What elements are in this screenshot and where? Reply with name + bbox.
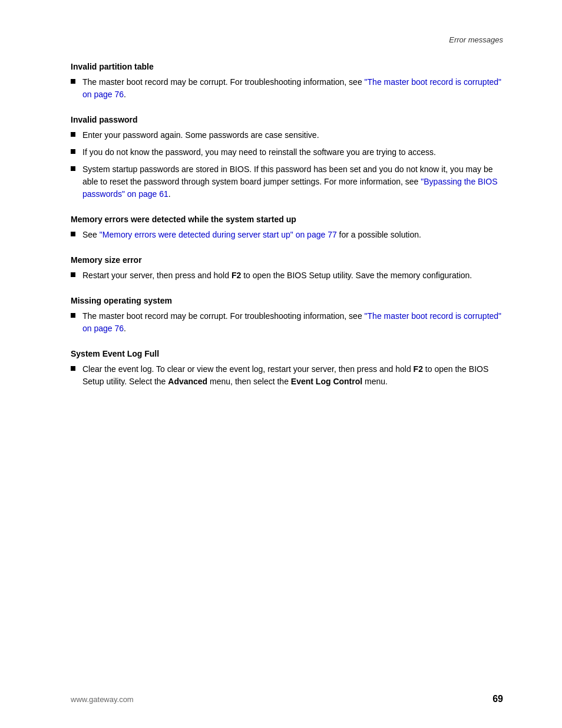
- bold-advanced: Advanced: [168, 377, 207, 386]
- section-memory-errors: Memory errors were detected while the sy…: [71, 215, 503, 241]
- list-item: The master boot record may be corrupt. F…: [71, 310, 503, 335]
- bullet-icon: [71, 366, 75, 371]
- section-invalid-password: Invalid password Enter your password aga…: [71, 115, 503, 200]
- section-title-invalid-password: Invalid password: [71, 115, 503, 124]
- list-item: See "Memory errors were detected during …: [71, 229, 503, 241]
- section-invalid-partition-table: Invalid partition table The master boot …: [71, 62, 503, 101]
- section-title-memory-size-error: Memory size error: [71, 255, 503, 265]
- link-master-boot-record-2[interactable]: "The master boot record is corrupted" on…: [82, 311, 501, 333]
- bullet-text: Enter your password again. Some password…: [82, 129, 503, 141]
- list-item: System startup passwords are stored in B…: [71, 163, 503, 200]
- section-title-invalid-partition-table: Invalid partition table: [71, 62, 503, 71]
- bullet-list-missing-operating-system: The master boot record may be corrupt. F…: [71, 310, 503, 335]
- bullet-text: Restart your server, then press and hold…: [82, 269, 503, 282]
- page-header: Error messages: [71, 35, 503, 44]
- list-item: The master boot record may be corrupt. F…: [71, 76, 503, 101]
- bullet-icon: [71, 149, 75, 154]
- bullet-icon: [71, 79, 75, 84]
- bold-f2-2: F2: [414, 364, 423, 374]
- bullet-text: If you do not know the password, you may…: [82, 146, 503, 159]
- bold-event-log-control: Event Log Control: [291, 377, 362, 386]
- section-title-system-event-log-full: System Event Log Full: [71, 349, 503, 358]
- list-item: Enter your password again. Some password…: [71, 129, 503, 141]
- link-bypassing-bios[interactable]: "Bypassing the BIOS passwords" on page 6…: [82, 177, 498, 199]
- bullet-list-memory-errors: See "Memory errors were detected during …: [71, 229, 503, 241]
- footer-page-number: 69: [492, 694, 503, 704]
- link-memory-errors-page77[interactable]: "Memory errors were detected during serv…: [100, 230, 337, 239]
- bullet-list-invalid-password: Enter your password again. Some password…: [71, 129, 503, 200]
- footer-url: www.gateway.com: [71, 695, 134, 704]
- bullet-text: The master boot record may be corrupt. F…: [82, 76, 503, 101]
- section-title-memory-errors: Memory errors were detected while the sy…: [71, 215, 503, 224]
- section-memory-size-error: Memory size error Restart your server, t…: [71, 255, 503, 282]
- page-container: Error messages Invalid partition table T…: [0, 0, 562, 728]
- bullet-list-system-event-log-full: Clear the event log. To clear or view th…: [71, 363, 503, 388]
- bullet-icon: [71, 272, 75, 277]
- bullet-icon: [71, 232, 75, 236]
- link-master-boot-record-1[interactable]: "The master boot record is corrupted" on…: [82, 77, 501, 99]
- bullet-list-invalid-partition-table: The master boot record may be corrupt. F…: [71, 76, 503, 101]
- bullet-text: The master boot record may be corrupt. F…: [82, 310, 503, 335]
- section-title-missing-operating-system: Missing operating system: [71, 296, 503, 305]
- page-footer: www.gateway.com 69: [0, 694, 562, 704]
- bullet-icon: [71, 166, 75, 171]
- list-item: Restart your server, then press and hold…: [71, 269, 503, 282]
- bullet-icon: [71, 313, 75, 318]
- list-item: Clear the event log. To clear or view th…: [71, 363, 503, 388]
- bullet-icon: [71, 132, 75, 137]
- section-missing-operating-system: Missing operating system The master boot…: [71, 296, 503, 335]
- bullet-list-memory-size-error: Restart your server, then press and hold…: [71, 269, 503, 282]
- bullet-text: System startup passwords are stored in B…: [82, 163, 503, 200]
- section-label: Error messages: [449, 35, 503, 44]
- section-system-event-log-full: System Event Log Full Clear the event lo…: [71, 349, 503, 388]
- bold-f2-1: F2: [232, 271, 241, 280]
- bullet-text: See "Memory errors were detected during …: [82, 229, 503, 241]
- bullet-text: Clear the event log. To clear or view th…: [82, 363, 503, 388]
- list-item: If you do not know the password, you may…: [71, 146, 503, 159]
